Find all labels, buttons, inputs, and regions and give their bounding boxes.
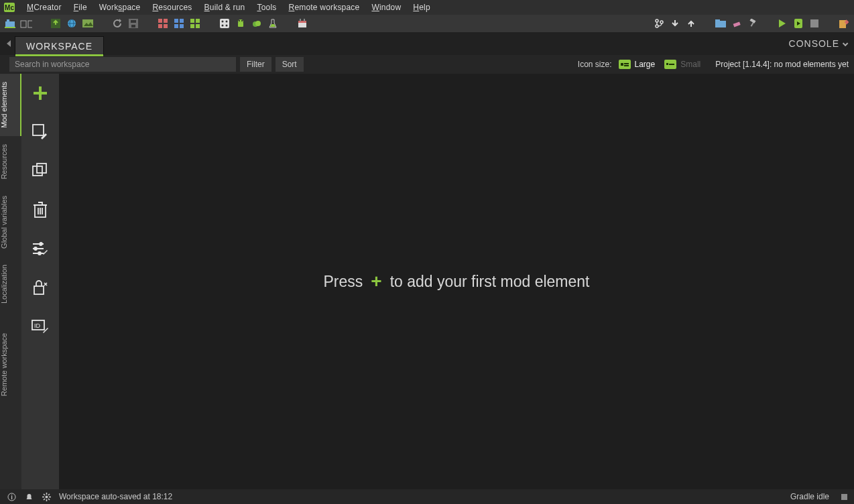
android-icon[interactable] [235, 17, 247, 29]
svg-rect-9 [82, 19, 93, 27]
collapse-sidebar-icon[interactable] [7, 40, 11, 47]
dice-icon[interactable] [219, 17, 231, 29]
svg-rect-26 [220, 19, 229, 28]
chevron-down-icon [843, 41, 848, 46]
pull-down-icon[interactable] [669, 17, 681, 29]
element-toolbar: ID [21, 74, 59, 489]
lock-element-icon[interactable] [30, 277, 50, 298]
new-workspace-icon[interactable] [4, 17, 16, 29]
vtab-global-variables[interactable]: Global variables [0, 188, 21, 257]
svg-rect-24 [190, 24, 194, 28]
svg-rect-55 [624, 65, 629, 66]
delete-element-icon[interactable] [30, 200, 50, 220]
git-branch-icon[interactable] [653, 17, 665, 29]
open-workspace-icon[interactable] [20, 17, 32, 29]
vtab-resources[interactable]: Resources [0, 136, 21, 188]
edit-id-icon[interactable]: ID [30, 316, 50, 336]
iconsize-label: Icon size: [578, 60, 612, 69]
export-icon[interactable] [838, 17, 850, 29]
vtab-localization[interactable]: Localization [0, 257, 21, 312]
svg-line-79 [44, 499, 45, 500]
menu-remote-workspace[interactable]: Remote workspace [289, 3, 360, 12]
reload-icon[interactable] [111, 17, 123, 29]
svg-rect-14 [158, 19, 162, 23]
console-link[interactable]: CONSOLE [789, 38, 846, 49]
iconsize-large-option[interactable]: Large [635, 60, 656, 69]
vtab-mod-elements[interactable]: Mod elements [0, 74, 21, 136]
globe-icon[interactable] [66, 17, 78, 29]
gradle-idle-dot-icon [841, 494, 847, 500]
run-alt-icon[interactable] [792, 17, 804, 29]
svg-point-30 [226, 25, 228, 27]
svg-rect-22 [190, 19, 194, 23]
svg-rect-37 [298, 21, 306, 23]
folder-icon[interactable] [715, 17, 727, 29]
grid-blue-icon[interactable] [173, 17, 185, 29]
svg-rect-18 [174, 19, 178, 23]
edit-element-icon[interactable] [30, 122, 50, 142]
svg-rect-59 [33, 166, 42, 176]
grid-red-icon[interactable] [157, 17, 169, 29]
svg-rect-57 [669, 64, 674, 65]
svg-rect-12 [131, 20, 136, 23]
stop-icon[interactable] [808, 17, 820, 29]
filter-button[interactable]: Filter [240, 57, 271, 72]
svg-rect-69 [11, 496, 12, 499]
menu-tools[interactable]: Tools [257, 3, 276, 12]
duplicate-element-icon[interactable] [30, 161, 50, 181]
add-element-button[interactable] [30, 83, 50, 103]
svg-rect-1 [7, 19, 9, 21]
menu-help[interactable]: Help [413, 3, 430, 12]
notifications-icon[interactable] [24, 492, 34, 501]
run-icon[interactable] [776, 17, 788, 29]
save-icon[interactable] [127, 17, 139, 29]
svg-rect-70 [11, 495, 12, 495]
hammer-icon[interactable] [747, 17, 759, 29]
svg-point-41 [656, 25, 658, 27]
bush-icon[interactable] [251, 17, 263, 29]
svg-point-27 [222, 21, 224, 23]
svg-point-32 [239, 20, 240, 21]
svg-marker-48 [779, 19, 786, 27]
menu-mcreator[interactable]: MCreator [27, 3, 62, 12]
svg-rect-51 [810, 19, 818, 27]
info-icon[interactable] [7, 492, 16, 501]
tabs-row: WORKSPACE CONSOLE [0, 32, 854, 55]
main-toolbar [0, 15, 854, 32]
push-up-icon[interactable] [685, 17, 697, 29]
autosave-label: Workspace auto-saved at 18:12 [59, 492, 172, 501]
iconsize-small-option[interactable]: Small [680, 60, 700, 69]
svg-rect-25 [196, 24, 200, 28]
svg-rect-39 [304, 19, 305, 21]
svg-rect-15 [164, 19, 168, 23]
menu-bar: Mc MCreator File Workspace Resources Bui… [0, 0, 854, 15]
search-input[interactable] [9, 57, 236, 72]
svg-line-78 [48, 494, 50, 495]
svg-rect-60 [37, 164, 46, 173]
svg-point-71 [45, 495, 48, 498]
main-area: Mod elements Resources Global variables … [0, 74, 854, 489]
import-texture-icon[interactable] [50, 17, 62, 29]
grid-green-icon[interactable] [189, 17, 201, 29]
settings-icon[interactable] [42, 492, 51, 501]
empty-after: to add your first mod element [390, 273, 590, 291]
edit-properties-icon[interactable] [30, 239, 50, 259]
calendar-icon[interactable] [296, 17, 308, 29]
iconsize-small-chip-icon[interactable] [664, 60, 676, 69]
svg-rect-45 [733, 21, 741, 27]
menu-file[interactable]: File [74, 3, 87, 12]
sort-button[interactable]: Sort [276, 57, 304, 72]
picture-icon[interactable] [82, 17, 94, 29]
vtab-remote-workspace[interactable]: Remote workspace [0, 325, 21, 404]
menu-window[interactable]: Window [371, 3, 401, 12]
eraser-icon[interactable] [731, 17, 743, 29]
svg-rect-2 [5, 27, 15, 28]
menu-workspace[interactable]: Workspace [99, 3, 141, 12]
iconsize-large-chip-icon[interactable] [619, 60, 631, 69]
svg-rect-20 [174, 24, 178, 28]
svg-line-77 [48, 499, 50, 500]
menu-build-run[interactable]: Build & run [204, 3, 245, 12]
menu-resources[interactable]: Resources [152, 3, 192, 12]
tab-workspace[interactable]: WORKSPACE [15, 36, 104, 55]
beaker-icon[interactable] [267, 17, 279, 29]
